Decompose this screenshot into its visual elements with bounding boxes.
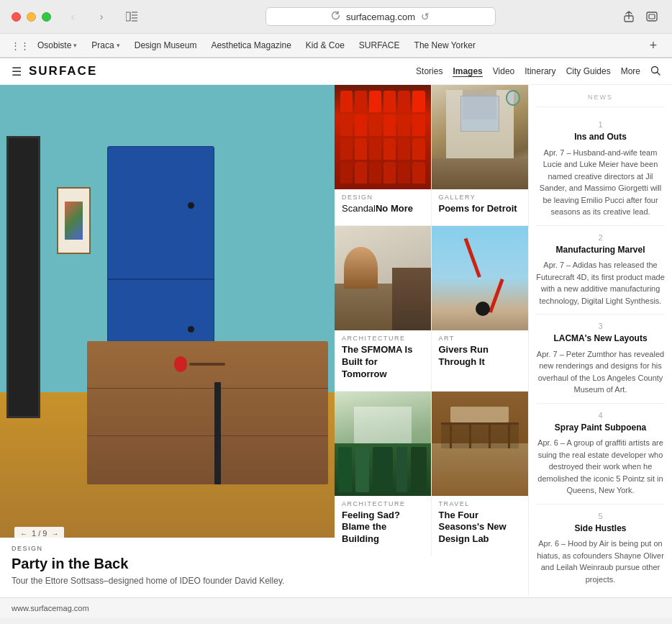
news-item-3[interactable]: 3 LACMA's New Layouts Apr. 7 – Peter Zum… — [536, 315, 665, 404]
hero-category: DESIGN — [12, 545, 323, 552]
svg-rect-6 — [647, 12, 657, 21]
hero-description: Tour the Ettore Sottsass–designed home o… — [12, 575, 323, 587]
news-text: Apr. 6 – A group of graffiti artists are… — [536, 437, 665, 497]
prev-arrow[interactable]: ← — [20, 530, 27, 538]
forward-button[interactable]: › — [94, 9, 109, 24]
hero-section: ← 1 / 9 → DESIGN Party in the Back Tour … — [0, 85, 335, 597]
back-button[interactable]: ‹ — [65, 9, 80, 24]
site-logo: SURFACE — [29, 64, 97, 78]
nav-stories[interactable]: Stories — [416, 66, 442, 76]
article-item[interactable]: ART Givers Run Through It — [432, 226, 529, 392]
article-thumbnail — [335, 85, 431, 189]
article-thumbnail — [432, 392, 529, 496]
site-nav: Stories Images Video Itinerary City Guid… — [416, 65, 660, 78]
article-category: ARCHITECTURE — [342, 335, 424, 342]
article-thumbnail — [432, 85, 529, 189]
add-bookmark-button[interactable]: + — [646, 38, 660, 53]
hero-title[interactable]: Party in the Back — [12, 555, 323, 572]
news-item-4[interactable]: 4 Spray Paint Subpoena Apr. 6 – A group … — [536, 404, 665, 505]
bookmarks-menu-icon[interactable]: ⋮⋮ — [12, 37, 29, 54]
dropdown-arrow: ▾ — [117, 42, 120, 49]
article-thumbnail — [432, 226, 529, 330]
hero-caption: DESIGN Party in the Back Tour the Ettore… — [0, 538, 335, 597]
article-thumbnail — [335, 226, 431, 330]
nav-video[interactable]: Video — [493, 66, 514, 76]
article-category: TRAVEL — [439, 500, 522, 507]
news-title: Manufacturing Marvel — [536, 245, 665, 256]
article-category: ARCHITECTURE — [342, 500, 424, 507]
next-arrow[interactable]: → — [51, 530, 58, 538]
url-display: surfacemag.com — [346, 12, 415, 22]
dropdown-arrow: ▾ — [73, 42, 77, 49]
article-title: The Four Seasons's New Design Lab — [439, 510, 522, 546]
news-title: LACMA's New Layouts — [536, 333, 665, 345]
tabs-button[interactable] — [643, 8, 660, 25]
bookmark-kid-coe[interactable]: Kid & Coe — [300, 39, 350, 52]
bookmark-surface[interactable]: SURFACE — [353, 39, 406, 52]
nav-city-guides[interactable]: City Guides — [566, 66, 611, 76]
reload-button[interactable] — [331, 11, 340, 22]
reload-button-right[interactable]: ↺ — [421, 11, 430, 22]
news-text: Apr. 7 – Adidas has released the Futurec… — [536, 259, 665, 307]
bookmark-praca[interactable]: Praca ▾ — [86, 39, 125, 52]
article-category: ART — [439, 335, 522, 342]
news-title: Side Hustles — [536, 523, 665, 535]
nav-images[interactable]: Images — [453, 66, 482, 77]
article-title: Feeling Sad? Blame the Building — [342, 510, 424, 546]
hamburger-menu-icon[interactable]: ☰ — [12, 65, 22, 78]
maximize-button[interactable] — [42, 12, 51, 22]
article-item[interactable]: ARCHITECTURE The SFMOMA Is Built for Tom… — [335, 226, 432, 392]
status-url: www.surfacemag.com — [12, 604, 89, 612]
article-item[interactable]: TRAVEL The Four Seasons's New Design Lab — [432, 392, 529, 556]
news-item-1[interactable]: 1 Ins and Outs Apr. 7 – Husband-and-wife… — [536, 113, 665, 226]
news-sidebar: NEWS 1 Ins and Outs Apr. 7 – Husband-and… — [528, 85, 672, 597]
news-text: Apr. 7 – Peter Zumthor has revealed new … — [536, 348, 665, 396]
news-number: 1 — [536, 120, 665, 129]
news-text: Apr. 7 – Husband-and-wife team Lucie and… — [536, 147, 665, 218]
bookmark-aesthetica[interactable]: Aesthetica Magazine — [205, 39, 296, 52]
svg-rect-7 — [649, 14, 655, 19]
minimize-button[interactable] — [27, 12, 36, 22]
news-item-5[interactable]: 5 Side Hustles Apr. 6 – Hood by Air is b… — [536, 505, 665, 593]
article-item[interactable]: GALLERY Poems for Detroit — [432, 85, 529, 226]
article-category: DESIGN — [342, 194, 424, 201]
bookmark-design-museum[interactable]: Design Museum — [129, 39, 203, 52]
svg-rect-0 — [126, 12, 130, 21]
news-number: 2 — [536, 233, 665, 242]
bookmark-new-yorker[interactable]: The New Yorker — [409, 39, 481, 52]
news-number: 3 — [536, 322, 665, 330]
status-bar: www.surfacemag.com — [0, 597, 672, 618]
close-button[interactable] — [12, 12, 21, 22]
news-number: 5 — [536, 512, 665, 520]
sidebar-toggle-button[interactable] — [123, 8, 140, 25]
news-item-2[interactable]: 2 Manufacturing Marvel Apr. 7 – Adidas h… — [536, 226, 665, 315]
news-header-label: NEWS — [536, 85, 665, 107]
news-text: Apr. 6 – Hood by Air is being put on hia… — [536, 538, 665, 585]
article-title: Poems for Detroit — [439, 203, 522, 215]
article-title: The SFMOMA Is Built for Tomorrow — [342, 344, 424, 381]
article-item[interactable]: ARCHITECTURE Feeling Sad? Blame the Buil… — [335, 392, 432, 556]
article-title: Givers Run Through It — [439, 344, 522, 368]
news-title: Ins and Outs — [536, 132, 665, 143]
nav-more[interactable]: More — [621, 66, 640, 76]
bookmark-osobiste[interactable]: Osobiste ▾ — [32, 39, 83, 52]
article-title: ScandalNo More — [342, 203, 424, 215]
article-item[interactable]: DESIGN ScandalNo More — [335, 85, 432, 226]
svg-line-9 — [658, 72, 660, 75]
share-button[interactable] — [620, 8, 637, 25]
article-grid-section: DESIGN ScandalNo More — [335, 85, 528, 597]
article-category: GALLERY — [439, 194, 522, 201]
search-button[interactable] — [650, 65, 660, 78]
nav-itinerary[interactable]: Itinerary — [525, 66, 555, 76]
news-number: 4 — [536, 411, 665, 420]
news-title: Spray Paint Subpoena — [536, 422, 665, 434]
article-thumbnail — [335, 392, 431, 496]
